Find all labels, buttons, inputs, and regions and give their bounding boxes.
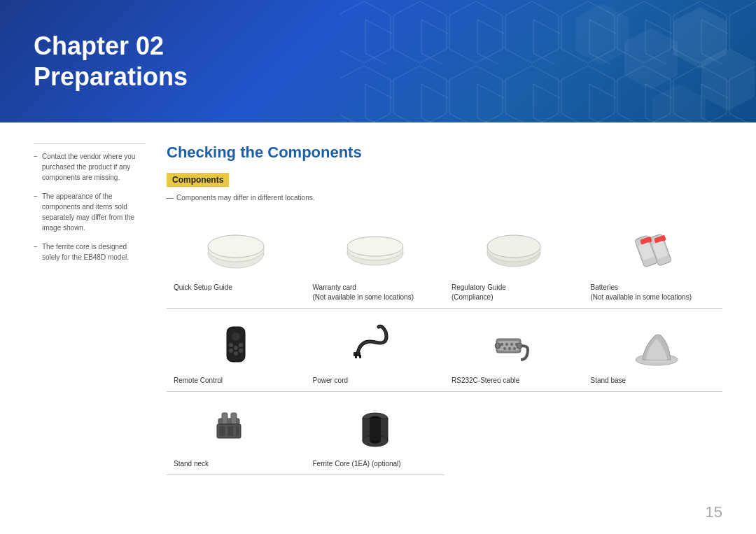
chapter-subtitle: Preparations [34,62,188,92]
ferrite-icon [313,399,438,455]
component-ferrite: Ferrite Core (1EA) (optional) [306,392,445,475]
svg-point-36 [500,343,503,346]
svg-point-27 [229,349,233,353]
sidebar-note-2: The appearance of the components and ite… [34,191,146,233]
ferrite-label: Ferrite Core (1EA) (optional) [313,459,401,469]
component-regulatory: Regulatory Guide(Compliance) [444,216,584,309]
svg-rect-52 [236,426,239,436]
batteries-icon [591,223,716,279]
rs232c-icon [451,316,577,372]
section-title: Checking the Components [167,143,722,162]
chapter-heading: Chapter 02 [34,31,188,61]
batteries-label: Batteries(Not available in some location… [591,283,692,302]
rs232c-label: RS232C-Stereo cable [451,376,519,386]
component-warranty: Warranty card(Not available in some loca… [306,216,445,309]
component-quick-setup: Quick Setup Guide [167,216,306,309]
stand-neck-icon [174,399,299,455]
svg-rect-33 [359,355,361,358]
svg-point-37 [505,343,508,346]
svg-rect-48 [231,413,237,424]
warranty-label: Warranty card(Not available in some loca… [313,283,414,302]
regulatory-label: Regulatory Guide(Compliance) [451,283,506,302]
component-stand-neck: Stand neck [167,392,306,475]
svg-point-29 [234,346,238,350]
svg-point-38 [510,343,513,346]
component-power-cord: Power cord [306,309,445,392]
component-rs232c: RS232C-Stereo cable [444,309,584,392]
regulatory-icon [451,223,577,279]
stand-base-label: Stand base [591,376,626,386]
page-number: 15 [706,503,722,521]
sidebar-note-1: Contact the vendor where you purchased t… [34,151,146,183]
svg-point-30 [234,351,238,356]
svg-point-24 [232,332,240,341]
sidebar: Contact the vendor where you purchased t… [34,143,146,520]
warranty-icon [313,223,438,279]
svg-point-43 [495,343,500,349]
components-label: Components [167,173,229,187]
svg-point-40 [503,347,506,350]
power-cord-label: Power cord [313,376,349,386]
component-batteries: Batteries(Not available in some location… [584,216,723,309]
sidebar-note-3: The ferrite core is designed solely for … [34,241,146,262]
svg-point-41 [508,347,511,350]
svg-point-25 [229,343,233,347]
component-remote: Remote Control [167,309,306,392]
power-cord-icon [313,316,438,372]
svg-rect-51 [227,426,233,436]
page-header: Chapter 02 Preparations [0,0,756,122]
svg-point-44 [517,343,522,349]
component-stand-base: Stand base [584,309,723,392]
svg-rect-58 [370,419,381,441]
components-note: Components may differ in different locat… [167,194,722,202]
remote-icon [174,316,299,372]
svg-point-28 [239,349,243,353]
main-content: Checking the Components Components Compo… [167,143,722,520]
svg-point-42 [513,347,516,350]
svg-point-26 [239,343,243,347]
stand-base-icon [591,316,716,372]
svg-rect-32 [355,355,357,358]
quick-setup-icon [174,223,299,279]
svg-point-13 [347,237,403,256]
remote-label: Remote Control [174,376,223,386]
svg-point-10 [208,235,264,258]
header-title: Chapter 02 Preparations [34,31,188,91]
svg-rect-50 [219,426,225,436]
content-area: Contact the vendor where you purchased t… [0,122,756,534]
stand-neck-label: Stand neck [174,459,209,469]
components-grid: Quick Setup Guide Warranty card(Not avai… [167,216,722,475]
quick-setup-label: Quick Setup Guide [174,283,232,293]
svg-point-16 [487,235,540,258]
svg-rect-47 [222,413,227,424]
